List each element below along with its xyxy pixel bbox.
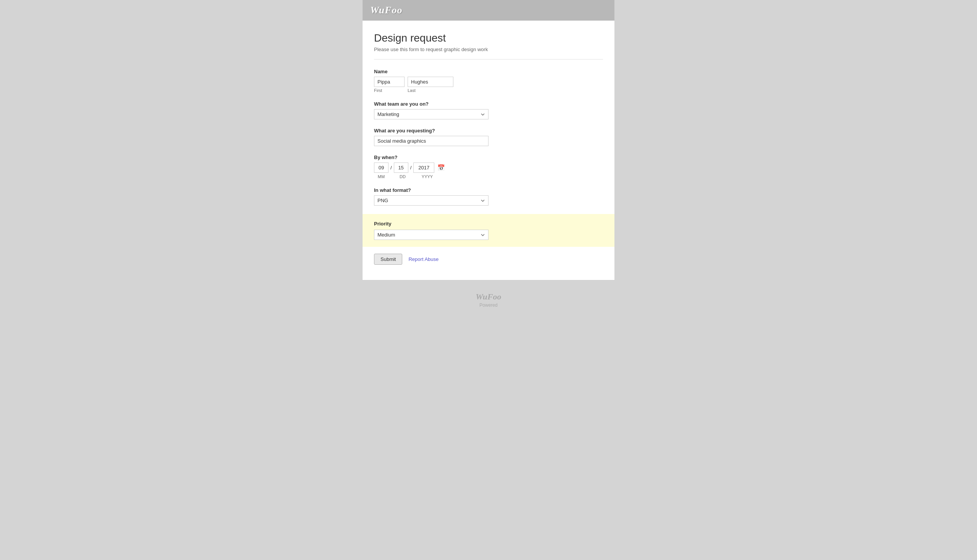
format-field-group: In what format? PNG JPG SVG PDF GIF [374, 187, 603, 206]
first-name-sublabel: First [374, 88, 404, 93]
name-fields-row: First Last [374, 77, 603, 93]
mm-sublabel: MM [374, 174, 389, 179]
footer-section: WuFoo Powered [362, 284, 615, 315]
request-label: What are you requesting? [374, 128, 603, 133]
request-field-group: What are you requesting? [374, 128, 603, 146]
priority-select[interactable]: Low Medium High Critical [374, 230, 489, 240]
date-group: / / 📅 [374, 163, 603, 173]
first-name-input[interactable] [374, 77, 404, 87]
form-title: Design request [374, 32, 603, 44]
footer-logo: WuFoo [476, 292, 501, 302]
wufoo-logo: WuFoo [370, 5, 402, 16]
name-label: Name [374, 69, 603, 74]
priority-section: Priority Low Medium High Critical [362, 214, 615, 247]
by-when-label: By when? [374, 155, 603, 160]
date-separator-1: / [390, 165, 392, 170]
priority-label: Priority [374, 221, 603, 227]
yyyy-sublabel: YYYY [417, 174, 438, 179]
last-name-sublabel: Last [408, 88, 453, 93]
report-abuse-link[interactable]: Report Abuse [408, 257, 439, 262]
last-name-input[interactable] [408, 77, 453, 87]
form-description: Please use this form to request graphic … [374, 47, 603, 60]
date-sublabels: MM DD YYYY [374, 174, 603, 179]
date-separator-2: / [410, 165, 412, 170]
format-label: In what format? [374, 187, 603, 193]
date-dd-input[interactable] [394, 163, 408, 173]
form-container: Design request Please use this form to r… [362, 21, 615, 280]
team-field-group: What team are you on? Marketing Sales En… [374, 101, 603, 119]
team-label: What team are you on? [374, 101, 603, 107]
submit-section: Submit Report Abuse [374, 247, 603, 268]
submit-button[interactable]: Submit [374, 254, 402, 265]
date-yyyy-input[interactable] [413, 163, 434, 173]
date-mm-input[interactable] [374, 163, 389, 173]
team-select[interactable]: Marketing Sales Engineering Design Other [374, 109, 489, 119]
header-bar: WuFoo [362, 0, 615, 21]
format-select[interactable]: PNG JPG SVG PDF GIF [374, 195, 489, 206]
name-field-group: Name First Last [374, 69, 603, 93]
first-name-wrapper: First [374, 77, 404, 93]
footer-powered: Powered [479, 303, 497, 308]
by-when-field-group: By when? / / 📅 MM DD YYYY [374, 155, 603, 179]
last-name-wrapper: Last [408, 77, 453, 93]
calendar-icon[interactable]: 📅 [438, 164, 445, 171]
request-input[interactable] [374, 136, 489, 146]
dd-sublabel: DD [396, 174, 410, 179]
